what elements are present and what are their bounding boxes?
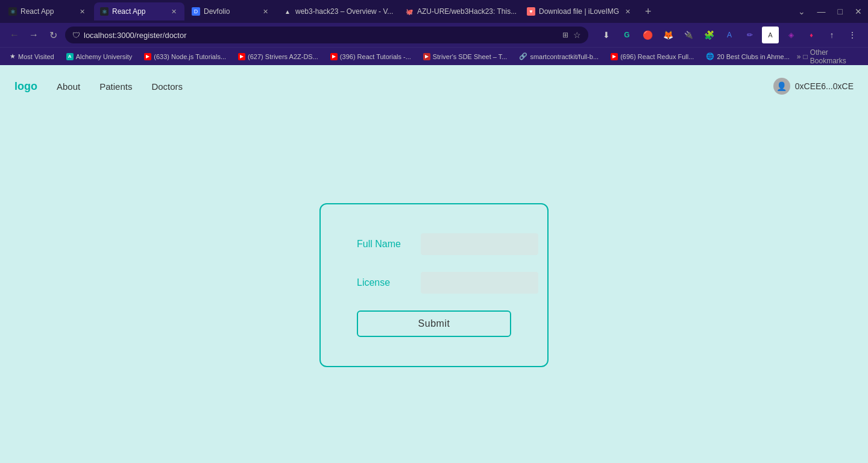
maximize-button[interactable]: □ [834, 5, 846, 17]
more-chevron-icon: » [797, 52, 801, 61]
nav-logo[interactable]: logo [14, 80, 37, 93]
smartcontract-label: smartcontractkit/full-b... [530, 53, 599, 60]
bookmark-strivers[interactable]: ▶ (627) Strivers A2Z-DS... [233, 52, 323, 61]
tab-3-title: Devfolio [204, 7, 230, 16]
strivers-label: (627) Strivers A2Z-DS... [248, 53, 318, 60]
tab-4-title: web3-hack23 – Overview - V... [295, 7, 393, 16]
tab-6-favicon: ♥ [527, 7, 535, 16]
lastpass-icon[interactable]: 🔴 [639, 27, 656, 43]
ext6-icon[interactable]: ◈ [782, 27, 799, 43]
forward-button[interactable]: → [27, 28, 41, 42]
bookmark-star-icon[interactable]: ☆ [573, 30, 581, 40]
tab-3[interactable]: D Devfolio ✕ [186, 2, 276, 20]
address-input-wrap[interactable]: 🛡 localhost:3000/register/doctor ⊞ ☆ [65, 27, 588, 43]
tab-1-close[interactable]: ✕ [77, 7, 87, 16]
bookmark-redux[interactable]: ▶ (696) React Redux Full... [606, 52, 699, 61]
full-name-row: Full Name [357, 233, 511, 255]
bookmark-clubs[interactable]: 🌐 20 Best Clubs in Ahme... [701, 51, 794, 61]
navbar: logo About Patients Doctors 👤 0xCEE6...0… [0, 65, 868, 107]
wallet-avatar: 👤 [773, 78, 790, 95]
react-tut-label: (396) React Tutorials -... [340, 53, 411, 60]
bookmarks-more[interactable]: » □ Other Bookmarks [797, 48, 863, 65]
license-label: License [357, 277, 411, 288]
sde-label: Striver's SDE Sheet – T... [433, 53, 508, 60]
other-bookmarks-label: Other Bookmarks [810, 48, 863, 65]
full-name-label: Full Name [357, 239, 411, 250]
license-input[interactable] [421, 272, 538, 294]
ext7-icon[interactable]: ♦ [803, 27, 820, 43]
tab-1[interactable]: ⚛ React App ✕ [2, 2, 93, 20]
tab-1-title: React App [20, 7, 54, 16]
bookmark-react-tut[interactable]: ▶ (396) React Tutorials -... [326, 52, 416, 61]
ext2-icon[interactable]: 🧩 [700, 27, 717, 43]
close-window-button[interactable]: ✕ [851, 5, 866, 17]
tab-4-favicon: ▲ [283, 7, 292, 16]
ext4-icon[interactable]: ✏ [741, 27, 758, 43]
bookmark-nodejs[interactable]: ▶ (633) Node.js Tutorials... [139, 52, 231, 61]
tab-2[interactable]: ⚛ React App ✕ [94, 2, 184, 20]
tab-list-button[interactable]: ⌄ [794, 5, 809, 17]
app-content: logo About Patients Doctors 👤 0xCEE6...0… [0, 65, 868, 463]
tab-6-close[interactable]: ✕ [623, 7, 632, 16]
downloads-icon[interactable]: ⬇ [598, 27, 615, 43]
tab-3-close[interactable]: ✕ [260, 7, 270, 16]
most-visited-label: Most Visited [18, 53, 54, 60]
tab-4-close[interactable]: ✕ [397, 7, 398, 16]
bookmarks-more-label: □ [804, 52, 808, 61]
redux-favicon: ▶ [611, 53, 618, 60]
tab-controls: ⌄ — □ ✕ [794, 5, 866, 17]
ext3-icon[interactable]: A [721, 27, 738, 43]
main-content: Full Name License Submit [0, 107, 868, 463]
tab-2-close[interactable]: ✕ [169, 7, 178, 16]
submit-button[interactable]: Submit [357, 310, 511, 337]
ext5-icon[interactable]: A [762, 27, 779, 43]
new-tab-button[interactable]: + [640, 3, 656, 20]
url-display: localhost:3000/register/doctor [84, 31, 559, 40]
address-bar: ← → ↻ 🛡 localhost:3000/register/doctor ⊞… [0, 23, 868, 47]
nav-link-about[interactable]: About [57, 81, 80, 92]
grammarly-icon[interactable]: G [618, 27, 635, 43]
license-row: License [357, 272, 511, 294]
wallet-address: 0xCEE6...0xCE [795, 81, 854, 91]
toolbar-icons: ⬇ G 🔴 🦊 🔌 🧩 A ✏ A ◈ ♦ ↑ ⋮ [598, 27, 861, 43]
tab-6-title: Download file | iLoveIMG [539, 7, 619, 16]
full-name-input[interactable] [421, 233, 538, 255]
bookmark-alchemy[interactable]: A Alchemy University [61, 52, 137, 61]
tab-6[interactable]: ♥ Download file | iLoveIMG ✕ [521, 2, 638, 20]
tab-bar: ⚛ React App ✕ ⚛ React App ✕ D Devfolio ✕… [0, 0, 868, 23]
minimize-button[interactable]: — [814, 5, 829, 17]
more-tools-icon[interactable]: ⋮ [844, 27, 861, 43]
security-icon: 🛡 [72, 31, 80, 40]
nav-link-patients[interactable]: Patients [99, 81, 132, 92]
browser-window: ⚛ React App ✕ ⚛ React App ✕ D Devfolio ✕… [0, 0, 868, 463]
tab-2-favicon: ⚛ [100, 7, 108, 16]
tab-5-favicon: 🐙 [405, 7, 414, 16]
nodejs-label: (633) Node.js Tutorials... [154, 53, 226, 60]
clubs-favicon: 🌐 [706, 52, 714, 60]
back-button[interactable]: ← [7, 28, 22, 42]
bookmarks-bar: ★ Most Visited A Alchemy University ▶ (6… [0, 47, 868, 65]
redux-label: (696) React Redux Full... [620, 53, 694, 60]
react-tut-favicon: ▶ [330, 53, 338, 60]
tab-5-title: AZU-URE/web3Hack23: This... [417, 7, 517, 16]
translate-icon[interactable]: ⊞ [562, 31, 568, 39]
tab-5[interactable]: 🐙 AZU-URE/web3Hack23: This... ✕ [399, 2, 520, 20]
nodejs-favicon: ▶ [144, 53, 151, 60]
reload-button[interactable]: ↻ [46, 28, 60, 42]
address-icons: ⊞ ☆ [562, 30, 581, 40]
nav-links: About Patients Doctors [57, 81, 183, 92]
tab-1-favicon: ⚛ [8, 7, 17, 16]
share-icon[interactable]: ↑ [823, 27, 840, 43]
alchemy-label: Alchemy University [76, 53, 133, 60]
bookmark-smartcontract[interactable]: 🔗 smartcontractkit/full-b... [514, 51, 603, 61]
nav-wallet: 👤 0xCEE6...0xCE [773, 78, 854, 95]
most-visited-icon: ★ [10, 52, 16, 60]
metamask-icon[interactable]: 🦊 [659, 27, 676, 43]
tab-4[interactable]: ▲ web3-hack23 – Overview - V... ✕ [277, 2, 398, 20]
bookmark-sde[interactable]: ▶ Striver's SDE Sheet – T... [418, 52, 512, 61]
ext1-icon[interactable]: 🔌 [680, 27, 697, 43]
bookmark-most-visited[interactable]: ★ Most Visited [5, 51, 59, 61]
strivers-favicon: ▶ [238, 53, 245, 60]
nav-link-doctors[interactable]: Doctors [151, 81, 183, 92]
register-doctor-form: Full Name License Submit [319, 203, 549, 367]
